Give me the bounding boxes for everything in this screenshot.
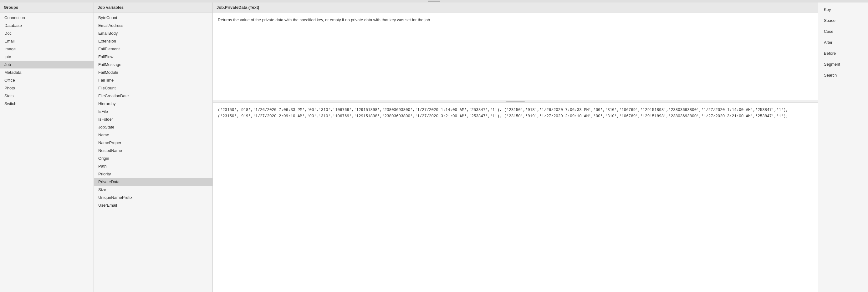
detail-description: Returns the value of the private data wi… bbox=[213, 12, 818, 100]
variable-item-origin[interactable]: Origin bbox=[94, 155, 213, 162]
variable-item-uniquenameprefix[interactable]: UniqueNamePrefix bbox=[94, 194, 213, 201]
groups-item-photo[interactable]: Photo bbox=[0, 84, 94, 92]
groups-header: Groups bbox=[0, 2, 94, 12]
groups-item-connection[interactable]: Connection bbox=[0, 14, 94, 22]
variable-item-failelement[interactable]: FailElement bbox=[94, 45, 213, 53]
groups-item-image[interactable]: Image bbox=[0, 45, 94, 53]
sidebar-action-key[interactable]: Key bbox=[821, 6, 866, 13]
variable-item-extension[interactable]: Extension bbox=[94, 37, 213, 45]
groups-item-email[interactable]: Email bbox=[0, 37, 94, 45]
groups-list: ConnectionDatabaseDocEmailImageIptcJobMe… bbox=[0, 12, 94, 292]
groups-item-database[interactable]: Database bbox=[0, 22, 94, 29]
groups-item-switch[interactable]: Switch bbox=[0, 100, 94, 107]
variable-item-failmessage[interactable]: FailMessage bbox=[94, 61, 213, 68]
variables-header: Job variables bbox=[94, 2, 213, 12]
scroll-thumb bbox=[506, 101, 525, 102]
sidebar-action-segment[interactable]: Segment bbox=[821, 60, 866, 68]
sidebar-action-after[interactable]: After bbox=[821, 38, 866, 46]
variable-item-failmodule[interactable]: FailModule bbox=[94, 68, 213, 76]
groups-item-iptc[interactable]: Iptc bbox=[0, 53, 94, 61]
variable-item-name[interactable]: Name bbox=[94, 131, 213, 139]
detail-data: ('23150','918','1/26/2020 7:06:33 PM','0… bbox=[213, 102, 818, 292]
variable-item-filecreationdate[interactable]: FileCreationDate bbox=[94, 92, 213, 100]
variable-item-failflow[interactable]: FailFlow bbox=[94, 53, 213, 61]
variable-item-priority[interactable]: Priority bbox=[94, 170, 213, 178]
scroll-indicator bbox=[213, 100, 818, 102]
variable-item-hierarchy[interactable]: Hierarchy bbox=[94, 100, 213, 107]
variable-item-emailbody[interactable]: EmailBody bbox=[94, 29, 213, 37]
detail-header: Job.PrivateData (Text) bbox=[213, 2, 818, 12]
groups-item-metadata[interactable]: Metadata bbox=[0, 68, 94, 76]
right-sidebar: KeySpaceCaseAfterBeforeSegmentSearch bbox=[818, 2, 868, 292]
variables-list: ByteCountEmailAddressEmailBodyExtensionF… bbox=[94, 12, 213, 292]
variable-item-nameproper[interactable]: NameProper bbox=[94, 139, 213, 147]
groups-item-doc[interactable]: Doc bbox=[0, 29, 94, 37]
variable-item-filecount[interactable]: FileCount bbox=[94, 84, 213, 92]
variables-panel: Job variables ByteCountEmailAddressEmail… bbox=[94, 2, 213, 292]
variable-item-failtime[interactable]: FailTime bbox=[94, 76, 213, 84]
variable-item-bytecount[interactable]: ByteCount bbox=[94, 14, 213, 22]
groups-item-office[interactable]: Office bbox=[0, 76, 94, 84]
variable-item-privatedata[interactable]: PrivateData bbox=[94, 178, 213, 186]
variable-item-nestedname[interactable]: NestedName bbox=[94, 147, 213, 155]
sidebar-action-before[interactable]: Before bbox=[821, 50, 866, 57]
variable-item-useremail[interactable]: UserEmail bbox=[94, 201, 213, 209]
sidebar-action-space[interactable]: Space bbox=[821, 17, 866, 24]
groups-item-job[interactable]: Job bbox=[0, 61, 94, 68]
variable-item-jobstate[interactable]: JobState bbox=[94, 123, 213, 131]
groups-panel: Groups ConnectionDatabaseDocEmailImageIp… bbox=[0, 2, 94, 292]
groups-item-stats[interactable]: Stats bbox=[0, 92, 94, 100]
sidebar-action-case[interactable]: Case bbox=[821, 28, 866, 35]
detail-panel: Job.PrivateData (Text) Returns the value… bbox=[213, 2, 818, 292]
resize-handle bbox=[428, 1, 440, 2]
variable-item-emailaddress[interactable]: EmailAddress bbox=[94, 22, 213, 29]
variable-item-size[interactable]: Size bbox=[94, 186, 213, 194]
variable-item-isfolder[interactable]: IsFolder bbox=[94, 116, 213, 123]
variable-item-path[interactable]: Path bbox=[94, 162, 213, 170]
sidebar-action-search[interactable]: Search bbox=[821, 71, 866, 79]
variable-item-isfile[interactable]: IsFile bbox=[94, 107, 213, 116]
